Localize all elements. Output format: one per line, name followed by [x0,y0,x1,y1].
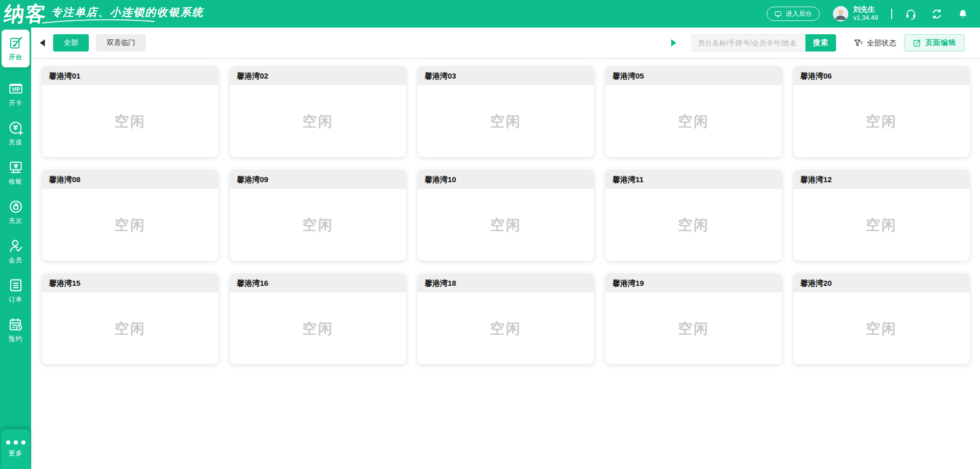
brand-logo: 纳客 专注单店、小连锁的收银系统 [0,0,204,28]
room-status: 空闲 [490,112,522,131]
room-card[interactable]: 馨港湾02 空闲 [230,66,406,157]
room-card[interactable]: 馨港湾16 空闲 [230,274,406,364]
status-filter[interactable]: 全部状态 [853,38,896,48]
enter-backstage-button[interactable]: 进入后台 [767,7,820,21]
room-status: 空闲 [490,215,522,235]
room-card[interactable]: 馨港湾01 空闲 [42,66,218,157]
room-card[interactable]: 馨港湾10 空闲 [418,170,594,261]
room-status: 空闲 [114,215,146,235]
ellipsis-icon [6,440,26,445]
room-name: 馨港湾08 [42,170,218,189]
slogan-underline-swoosh [41,18,156,24]
room-name: 馨港湾16 [230,274,406,292]
room-status: 空闲 [302,215,334,235]
room-card-body: 空闲 [793,292,970,364]
recharge-times-icon [8,199,23,214]
vip-card-icon: VIP [8,81,23,96]
tab-shuangxilinmen[interactable]: 双喜临门 [96,34,146,52]
room-status: 空闲 [866,215,897,235]
room-status: 空闲 [302,319,334,338]
sidebar-item-recharge[interactable]: ¥ 充值 [0,114,31,153]
room-card-body: 空闲 [230,292,406,364]
sidebar-more-button[interactable]: 更多 [1,429,30,469]
room-status: 空闲 [302,112,334,131]
room-card-body: 空闲 [42,85,218,157]
room-card-body: 空闲 [605,292,782,364]
sidebar-item-members[interactable]: 会员 [0,232,31,271]
member-check-icon [8,238,23,254]
bell-notification-icon[interactable] [957,8,969,20]
sidebar-item-recharge-times[interactable]: 充次 [0,192,31,232]
room-name: 馨港湾20 [793,274,970,292]
room-card[interactable]: 馨港湾12 空闲 [793,170,970,261]
tab-all[interactable]: 全部 [53,34,89,52]
user-info[interactable]: 刘先生 v1.34.49 [853,5,878,22]
room-card[interactable]: 馨港湾09 空闲 [230,170,406,261]
page-edit-button[interactable]: 页面编辑 [904,34,965,52]
room-card-body: 空闲 [42,189,218,261]
sidebar-item-cashier[interactable]: ¥ 收银 [0,153,31,192]
brand-slogan: 专注单店、小连锁的收银系统 [51,5,204,19]
room-status: 空闲 [490,319,522,338]
room-name: 馨港湾18 [418,274,594,292]
user-name: 刘先生 [853,5,878,14]
room-name: 馨港湾05 [605,66,782,85]
app-version: v1.34.49 [853,14,878,22]
monitor-icon [774,10,782,18]
room-name: 馨港湾03 [418,66,594,85]
room-card[interactable]: 馨港湾05 空闲 [605,66,782,157]
tabs-scroll-left-icon[interactable] [40,39,45,46]
sidebar-item-orders[interactable]: 订单 [0,271,31,310]
room-status: 空闲 [678,112,709,131]
room-card[interactable]: 馨港湾03 空闲 [418,66,594,157]
filter-funnel-icon [853,38,863,48]
sidebar-item-reservations[interactable]: 预约 [0,310,31,350]
area-tabs: 全部 双喜临门 [53,34,671,52]
room-name: 馨港湾02 [230,66,406,85]
tabs-scroll-right-icon[interactable] [671,39,676,46]
recharge-yen-plus-icon: ¥ [8,120,23,136]
sidebar-item-label: 开卡 [9,99,22,108]
room-card-body: 空闲 [230,85,406,157]
room-card[interactable]: 馨港湾06 空闲 [793,66,970,157]
more-label: 更多 [9,449,23,458]
sidebar-item-label: 收银 [9,178,22,186]
room-name: 馨港湾19 [605,274,782,292]
sidebar-item-open-table[interactable]: 开台 [2,30,30,67]
room-card[interactable]: 馨港湾20 空闲 [793,274,970,364]
edit-square-icon [913,39,921,47]
room-card-body: 空闲 [418,292,594,364]
headset-support-icon[interactable] [904,8,917,20]
room-card-body: 空闲 [230,189,406,261]
room-name: 馨港湾12 [793,170,970,189]
room-name: 馨港湾01 [42,66,218,85]
room-name: 馨港湾10 [418,170,594,189]
room-status: 空闲 [114,112,146,131]
sidebar-item-label: 订单 [9,295,22,304]
room-card-body: 空闲 [418,189,594,261]
room-card[interactable]: 馨港湾15 空闲 [42,274,218,364]
room-card-body: 空闲 [793,85,970,157]
sidebar-item-open-card[interactable]: VIP 开卡 [0,75,31,114]
room-card[interactable]: 馨港湾08 空闲 [42,170,218,261]
search-input[interactable] [692,34,805,52]
search-button[interactable]: 搜索 [805,34,836,52]
svg-text:VIP: VIP [11,86,19,92]
reservation-calendar-clock-icon [8,317,23,332]
main-content: 全部 双喜临门 搜索 全部状态 页面编辑 [31,28,980,469]
room-status: 空闲 [114,319,146,338]
sidebar-nav: 开台 VIP 开卡 ¥ 充值 ¥ [0,28,31,469]
sync-icon[interactable] [930,8,943,20]
room-name: 馨港湾11 [605,170,782,189]
room-card[interactable]: 馨港湾18 空闲 [418,274,594,364]
sidebar-item-label: 会员 [9,256,22,265]
avatar[interactable] [833,6,848,21]
room-card-body: 空闲 [42,292,218,364]
room-card[interactable]: 馨港湾19 空闲 [605,274,782,364]
room-status: 空闲 [678,319,709,338]
app-header: 纳客 专注单店、小连锁的收银系统 进入后台 刘先生 v1 [0,0,980,28]
room-card[interactable]: 馨港湾11 空闲 [605,170,782,261]
orders-clipboard-icon [8,278,23,293]
sidebar-item-label: 充值 [9,138,22,147]
room-name: 馨港湾15 [42,274,218,292]
